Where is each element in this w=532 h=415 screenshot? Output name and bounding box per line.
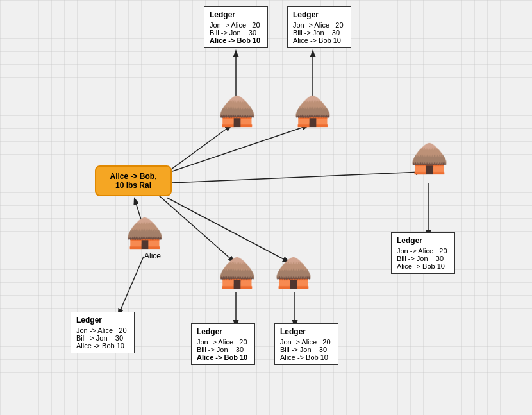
ledger-bottom-left: Ledger Jon -> Alice 20 Bill -> Jon 30 Al… [71,312,135,353]
ledger-bottom-center-title: Ledger [197,327,249,336]
ledger-right-row1: Jon -> Alice 20 [397,247,449,255]
ledger-right: Ledger Jon -> Alice 20 Bill -> Jon 30 Al… [391,232,455,274]
ledger-bottom-center: Ledger Jon -> Alice 20 Bill -> Jon 30 Al… [191,323,255,365]
ledger-right-title: Ledger [397,236,449,245]
ledger-bottom-center-row3: Alice -> Bob 10 [197,353,249,361]
hut-top-center: 🛖 [218,95,256,126]
transaction-box: Alice -> Bob,10 lbs Rai [95,165,172,196]
arrow-tx-to-hut-far-right [172,172,422,183]
hut-top-right: 🛖 [294,95,332,126]
ledger-bottom-right-row1: Jon -> Alice 20 [280,338,333,346]
hut-alice-label: Alice [133,251,172,260]
ledger-bottom-right-row2: Bill -> Jon 30 [280,346,333,353]
ledger-bottom-left-row2: Bill -> Jon 30 [76,334,129,342]
ledger-bottom-center-row2: Bill -> Jon 30 [197,346,249,353]
ledger-top-right-row2: Bill -> Jon 30 [293,29,345,37]
ledger-bottom-right-title: Ledger [280,327,333,336]
hut-alice: 🛖 [126,217,164,248]
ledger-bottom-left-title: Ledger [76,316,129,325]
ledger-bottom-center-row1: Jon -> Alice 20 [197,338,249,346]
ledger-right-row2: Bill -> Jon 30 [397,255,449,262]
ledger-top-right: Ledger Jon -> Alice 20 Bill -> Jon 30 Al… [287,6,351,48]
ledger-top-right-title: Ledger [293,10,345,19]
ledger-bottom-left-row3: Alice -> Bob 10 [76,342,129,350]
ledger-top-center-row3: Alice -> Bob 10 [210,37,262,44]
ledger-top-center-row1: Jon -> Alice 20 [210,21,262,29]
arrow-alice-to-ledger-bot-left [119,257,144,314]
hut-far-right: 🛖 [410,142,449,173]
transaction-label: Alice -> Bob,10 lbs Rai [110,172,156,190]
ledger-top-right-row3: Alice -> Bob 10 [293,37,345,44]
ledger-bottom-right: Ledger Jon -> Alice 20 Bill -> Jon 30 Al… [274,323,338,365]
ledger-top-center-title: Ledger [210,10,262,19]
ledger-bottom-right-row3: Alice -> Bob 10 [280,353,333,361]
arrow-tx-to-hut-top-right [167,126,308,173]
hut-bottom-center-left: 🛖 [218,257,256,287]
arrow-tx-to-hut-bottom-right [167,198,288,262]
ledger-bottom-left-row1: Jon -> Alice 20 [76,326,129,334]
ledger-top-center-row2: Bill -> Jon 30 [210,29,262,37]
ledger-top-center: Ledger Jon -> Alice 20 Bill -> Jon 30 Al… [204,6,268,48]
hut-bottom-center-right: 🛖 [274,257,313,287]
ledger-top-right-row1: Jon -> Alice 20 [293,21,345,29]
ledger-right-row3: Alice -> Bob 10 [397,262,449,270]
